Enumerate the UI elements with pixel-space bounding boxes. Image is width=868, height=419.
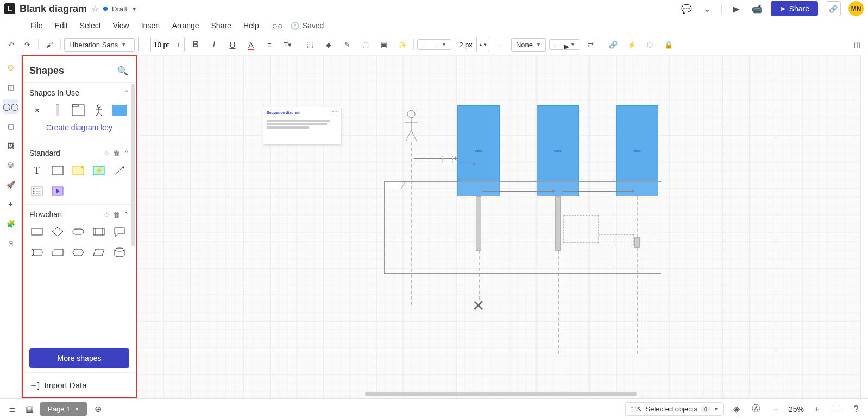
- rail-home-icon[interactable]: ⬡: [3, 60, 18, 75]
- chevron-up-icon[interactable]: ⌃: [123, 211, 129, 219]
- line-style-select[interactable]: ▼: [417, 39, 451, 50]
- undo-button[interactable]: ↶: [3, 37, 18, 52]
- accessibility-icon[interactable]: Ⓐ: [750, 403, 763, 416]
- rail-container-icon[interactable]: ▢: [3, 118, 18, 134]
- fill-button[interactable]: ⬚: [303, 37, 318, 52]
- font-select[interactable]: Liberation Sans ▼: [64, 38, 135, 52]
- panel-scrollbar[interactable]: [131, 84, 135, 246]
- shape-rect-icon[interactable]: [50, 163, 65, 178]
- dashed-region[interactable]: [599, 234, 634, 245]
- redo-button[interactable]: ↷: [20, 37, 35, 52]
- decrease-size-button[interactable]: −: [139, 37, 150, 52]
- rail-shapes-icon[interactable]: ◯◯: [3, 99, 18, 114]
- increase-size-button[interactable]: +: [172, 37, 184, 52]
- shape-data-icon[interactable]: [91, 245, 106, 260]
- more-shapes-button[interactable]: More shapes: [29, 348, 129, 368]
- trash-icon[interactable]: 🗑: [113, 211, 120, 219]
- format-painter-button[interactable]: 🖌: [42, 37, 57, 52]
- binoculars-icon[interactable]: ⌕⌕: [271, 19, 284, 32]
- shape-line-icon[interactable]: [112, 163, 127, 178]
- shape-action-icon[interactable]: ⚡: [91, 163, 106, 178]
- note-card[interactable]: Sequence diagram ⛶: [263, 107, 341, 145]
- avatar[interactable]: MN: [848, 1, 864, 16]
- small-box[interactable]: [442, 156, 453, 162]
- destroy-icon[interactable]: ✕: [472, 297, 485, 315]
- rail-panel-icon[interactable]: ◫: [3, 79, 18, 94]
- link-icon[interactable]: 🔗: [606, 37, 621, 52]
- rail-data-icon[interactable]: ⛁: [3, 157, 18, 173]
- scroll-thumb[interactable]: [365, 392, 637, 396]
- layer-icon[interactable]: ⬡: [643, 37, 658, 52]
- bold-button[interactable]: B: [188, 37, 203, 52]
- stroke-stepper-icon[interactable]: ▲▼: [477, 37, 489, 52]
- shape-destroy-icon[interactable]: ✕: [29, 103, 45, 118]
- draft-status[interactable]: Draft: [112, 5, 127, 13]
- draft-caret-icon[interactable]: ▼: [131, 6, 137, 12]
- chevron-up-icon[interactable]: ⌃: [123, 149, 129, 157]
- shape-display-icon[interactable]: [29, 245, 45, 260]
- trash-icon[interactable]: 🗑: [113, 149, 120, 157]
- dashed-region[interactable]: [563, 215, 599, 243]
- arrow-start-select[interactable]: None ▼: [511, 38, 546, 52]
- link-button[interactable]: 🔗: [826, 1, 841, 16]
- shape-card-icon[interactable]: [50, 245, 65, 260]
- actor-shape[interactable]: [403, 110, 419, 144]
- shape-hexagon-icon[interactable]: [71, 245, 86, 260]
- action-icon[interactable]: ⚡: [624, 37, 639, 52]
- message-arrow[interactable]: [482, 191, 555, 192]
- menu-select[interactable]: Select: [74, 19, 106, 32]
- menu-edit[interactable]: Edit: [49, 19, 73, 32]
- rail-ai-icon[interactable]: ✦: [3, 196, 18, 212]
- lock-icon[interactable]: 🔒: [661, 37, 676, 52]
- selected-objects-indicator[interactable]: ⬚↖ Selected objects 0 ▼: [625, 402, 724, 416]
- shape-actor-icon[interactable]: [91, 103, 106, 118]
- shape-process-icon[interactable]: [29, 224, 45, 239]
- search-icon[interactable]: 🔍: [116, 64, 129, 77]
- canvas-scrollbar[interactable]: [365, 392, 795, 397]
- stroke-width-input[interactable]: [455, 37, 477, 52]
- right-panel-collapsed[interactable]: [860, 55, 868, 398]
- corner-button[interactable]: ⌐: [493, 37, 508, 52]
- menu-file[interactable]: File: [25, 19, 48, 32]
- shape-frame-icon[interactable]: [71, 103, 86, 118]
- present-icon[interactable]: ▶: [729, 2, 743, 15]
- shape-list-icon[interactable]: [29, 183, 45, 199]
- font-size-input[interactable]: [150, 37, 172, 52]
- menu-view[interactable]: View: [108, 19, 135, 32]
- document-name[interactable]: Blank diagram: [20, 3, 87, 15]
- chevron-up-icon[interactable]: ⌃: [123, 89, 129, 97]
- swap-button[interactable]: ⇄: [583, 37, 599, 52]
- help-icon[interactable]: ?: [850, 403, 863, 416]
- panel-toggle-button[interactable]: ◫: [850, 37, 865, 52]
- shape-text-icon[interactable]: T: [29, 163, 45, 178]
- shape-terminator-icon[interactable]: [71, 224, 86, 239]
- text-options-button[interactable]: T▾: [280, 37, 295, 52]
- star-icon[interactable]: ☆: [91, 4, 99, 14]
- bucket-icon[interactable]: ◆: [321, 37, 336, 52]
- create-diagram-key-link[interactable]: Create diagram key: [29, 118, 129, 137]
- note-expand-icon[interactable]: ⛶: [332, 111, 337, 117]
- shape-activation-icon[interactable]: [50, 103, 65, 118]
- shape-predefined-icon[interactable]: [91, 224, 106, 239]
- menu-insert[interactable]: Insert: [136, 19, 166, 32]
- menu-share[interactable]: Share: [206, 19, 237, 32]
- uml-frame[interactable]: [384, 181, 661, 274]
- magic-button[interactable]: ✨: [395, 37, 410, 52]
- align-button[interactable]: ≡: [262, 37, 277, 52]
- message-arrow[interactable]: [414, 164, 476, 164]
- shape-decision-icon[interactable]: [50, 224, 65, 239]
- star-icon[interactable]: ☆: [103, 211, 110, 219]
- comment-icon[interactable]: 💬: [680, 2, 693, 15]
- shape-video-icon[interactable]: [50, 183, 65, 199]
- shape-database-icon[interactable]: [112, 245, 127, 260]
- fullscreen-icon[interactable]: ⛶: [830, 403, 843, 416]
- canvas[interactable]: Sequence diagram ⛶ class ✕ class class: [137, 55, 860, 398]
- rail-plugin-icon[interactable]: 🧩: [3, 216, 18, 231]
- chevron-down-icon[interactable]: ⌄: [701, 2, 714, 15]
- rail-import-icon[interactable]: ⎘: [3, 236, 18, 251]
- text-color-button[interactable]: A: [243, 37, 259, 52]
- zoom-out-button[interactable]: −: [769, 403, 782, 416]
- zoom-level[interactable]: 25%: [789, 405, 804, 414]
- page-tab[interactable]: Page 1 ▼: [40, 402, 87, 416]
- rail-image-icon[interactable]: 🖼: [3, 138, 18, 153]
